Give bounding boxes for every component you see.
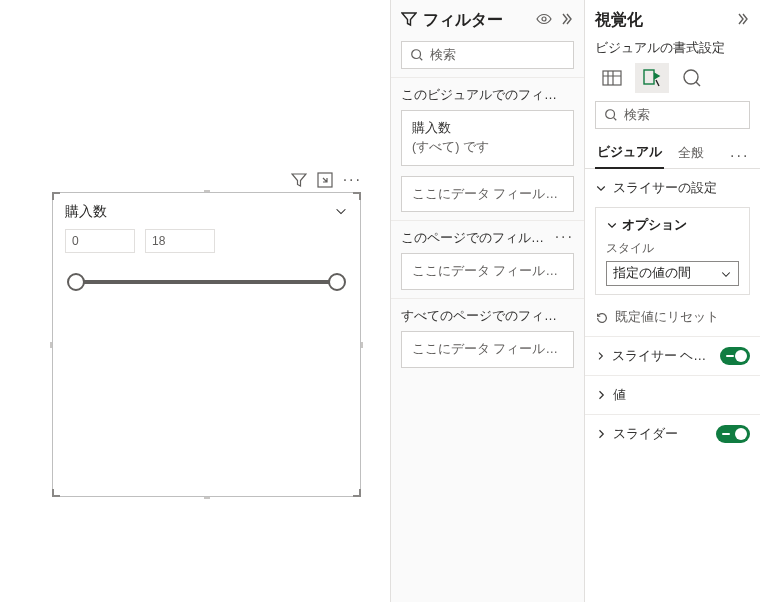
eye-icon[interactable] (536, 11, 552, 31)
range-slider[interactable] (67, 269, 346, 309)
report-canvas: ··· 購入数 (0, 0, 390, 602)
viz-search-placeholder: 検索 (624, 106, 650, 124)
tab-general[interactable]: 全般 (676, 144, 706, 168)
toggle-slider[interactable] (716, 425, 750, 443)
value-row[interactable]: 値 (585, 375, 760, 414)
reset-to-default[interactable]: 既定値にリセット (585, 303, 760, 336)
visual-title: 購入数 (65, 203, 107, 221)
filter-icon (401, 11, 417, 31)
expand-icon[interactable] (558, 11, 574, 31)
slider-thumb-max[interactable] (328, 273, 346, 291)
search-placeholder: 検索 (430, 46, 456, 64)
svg-point-2 (412, 50, 421, 59)
more-options-icon[interactable]: ··· (343, 172, 362, 192)
svg-rect-3 (603, 71, 621, 85)
viz-title: 視覚化 (595, 10, 643, 31)
slicer-settings-row[interactable]: スライサーの設定 (585, 169, 760, 207)
slider-thumb-min[interactable] (67, 273, 85, 291)
viz-subtitle: ビジュアルの書式設定 (585, 39, 760, 63)
expand-icon[interactable] (734, 11, 750, 31)
filter-drop-page[interactable]: ここにデータ フィールド… (401, 253, 574, 290)
tab-visual[interactable]: ビジュアル (595, 143, 664, 169)
filters-title: フィルター (423, 10, 503, 31)
filter-section-visual-label: このビジュアルでのフィルター… (401, 86, 561, 104)
svg-point-6 (606, 110, 615, 119)
style-label: スタイル (606, 240, 739, 257)
slicer-header-row[interactable]: スライサー ヘッ… (585, 336, 760, 375)
filter-icon[interactable] (291, 172, 307, 192)
filter-drop-all[interactable]: ここにデータ フィールド… (401, 331, 574, 368)
filter-section-all-label: すべてのページでのフィルター… (401, 307, 561, 325)
more-icon[interactable]: ··· (555, 229, 574, 247)
visualizations-panel: 視覚化 ビジュアルの書式設定 検索 ビジュアル 全般 ··· スライサーの設定 (584, 0, 760, 602)
slicer-visual[interactable]: 購入数 (52, 192, 361, 497)
filters-panel: フィルター 検索 このビジュアルでのフィルター… 購入数 (すべて) です ここ… (390, 0, 584, 602)
viz-search[interactable]: 検索 (595, 101, 750, 129)
chevron-down-icon[interactable] (334, 204, 348, 221)
filter-search[interactable]: 検索 (401, 41, 574, 69)
svg-point-1 (542, 17, 546, 21)
analytics-icon[interactable] (675, 63, 709, 93)
style-select[interactable]: 指定の値の間 (606, 261, 739, 286)
format-visual-icon[interactable] (635, 63, 669, 93)
svg-rect-4 (644, 70, 654, 84)
svg-point-5 (684, 70, 698, 84)
filter-card-field[interactable]: 購入数 (すべて) です (401, 110, 574, 166)
slider-max-input[interactable] (145, 229, 215, 253)
slider-min-input[interactable] (65, 229, 135, 253)
filter-section-page-label: このページでのフィルター (401, 229, 555, 247)
slider-row[interactable]: スライダー (585, 414, 760, 453)
options-card: オプション スタイル 指定の値の間 (595, 207, 750, 295)
options-title[interactable]: オプション (606, 216, 739, 234)
build-visual-icon[interactable] (595, 63, 629, 93)
focus-mode-icon[interactable] (317, 172, 333, 192)
toggle-slicer-header[interactable] (720, 347, 750, 365)
visual-toolbar: ··· (291, 172, 362, 192)
more-icon[interactable]: ··· (730, 148, 749, 164)
filter-drop-visual[interactable]: ここにデータ フィールド… (401, 176, 574, 213)
